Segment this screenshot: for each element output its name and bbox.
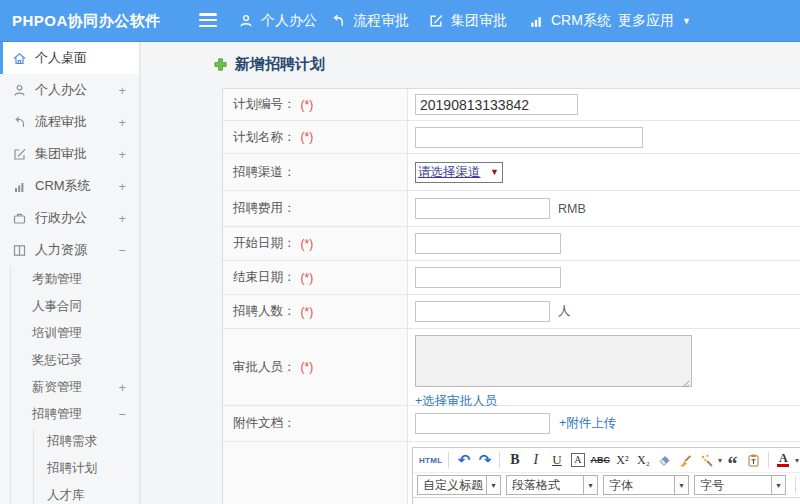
plan-number-input[interactable] xyxy=(415,94,578,115)
undo-button[interactable]: ↶ xyxy=(453,450,474,470)
attachment-upload-link[interactable]: +附件上传 xyxy=(559,415,616,432)
sidebar-item-training-mgmt[interactable]: 培训管理 xyxy=(11,320,139,347)
app-logo: PHPOA协同办公软件 xyxy=(12,0,161,42)
briefcase-icon xyxy=(12,211,27,226)
attachment-input[interactable] xyxy=(415,413,550,434)
required-marker: (*) xyxy=(301,130,314,144)
toolbar-separator xyxy=(768,452,769,468)
field-label: 招聘渠道： xyxy=(233,164,296,181)
sidebar-item-recruitment-demand[interactable]: 招聘需求 xyxy=(34,428,139,455)
sidebar-item-salary-mgmt[interactable]: 薪资管理 + xyxy=(11,374,139,401)
hamburger-menu-icon[interactable] xyxy=(199,13,219,29)
font-color-button[interactable]: A xyxy=(773,450,794,470)
sidebar-submenu-hr: 考勤管理 人事合同 培训管理 奖惩记录 薪资管理 + 招聘管理 − 招聘需求 招… xyxy=(10,266,139,504)
expand-plus-icon[interactable]: + xyxy=(118,170,126,202)
brush-icon xyxy=(678,453,693,468)
select-caret-icon: ▼ xyxy=(489,167,502,177)
end-date-input[interactable] xyxy=(415,267,561,288)
sidebar-item-admin-office[interactable]: 行政办公 + xyxy=(0,202,139,234)
format-painter-button[interactable] xyxy=(696,450,717,470)
html-source-button[interactable]: HTML xyxy=(417,450,444,470)
user-icon xyxy=(12,83,27,98)
font-size-select[interactable]: 字号▾ xyxy=(694,475,786,495)
expand-plus-icon[interactable]: + xyxy=(118,202,126,234)
sidebar-item-personal-office[interactable]: 个人办公 + xyxy=(0,74,139,106)
expand-plus-icon[interactable]: + xyxy=(118,106,126,138)
resize-grip-icon[interactable] xyxy=(682,380,690,388)
topnav-personal-office[interactable]: 个人办公 xyxy=(238,0,317,42)
main-content: 新增招聘计划 计划编号：(*) 计划名称：(*) 招聘渠道： 请选择渠道 ▼ 招… xyxy=(141,42,800,504)
bar-chart-icon xyxy=(528,13,544,29)
channel-select[interactable]: 请选择渠道 ▼ xyxy=(415,162,503,183)
sidebar-item-crm-system[interactable]: CRM系统 + xyxy=(0,170,139,202)
sidebar-item-personnel-contract[interactable]: 人事合同 xyxy=(11,293,139,320)
field-label: 计划编号： xyxy=(233,96,296,113)
unit-suffix: 人 xyxy=(558,303,571,320)
topnav-crm-system[interactable]: CRM系统 xyxy=(528,0,611,42)
sidebar-item-recruitment-plan[interactable]: 招聘计划 xyxy=(34,455,139,482)
topnav-workflow-approval[interactable]: 流程审批 xyxy=(330,0,409,42)
bold-button[interactable]: B xyxy=(504,450,525,470)
strikethrough-button[interactable]: ABC xyxy=(588,450,612,470)
sidebar-item-reward-punishment[interactable]: 奖惩记录 xyxy=(11,347,139,374)
subscript-button[interactable]: X₂ xyxy=(633,450,654,470)
page-title: 新增招聘计划 xyxy=(213,55,325,74)
custom-heading-select[interactable]: 自定义标题▾ xyxy=(417,475,501,495)
user-icon xyxy=(238,13,254,29)
blockquote-button[interactable]: “ xyxy=(722,450,743,470)
start-date-input[interactable] xyxy=(415,233,561,254)
sidebar-item-recruitment-mgmt[interactable]: 招聘管理 − xyxy=(11,401,139,428)
form-row-plan-number: 计划编号：(*) xyxy=(223,89,800,121)
magic-wand-icon xyxy=(699,453,714,468)
edit-icon xyxy=(12,147,27,162)
underline-button[interactable]: U xyxy=(546,450,567,470)
plan-name-input[interactable] xyxy=(415,127,643,148)
sidebar-submenu-recruitment: 招聘需求 招聘计划 人才库 xyxy=(33,428,139,504)
expand-plus-icon[interactable]: + xyxy=(118,374,126,401)
font-family-select[interactable]: 字体▾ xyxy=(603,475,689,495)
sidebar-item-personal-desktop[interactable]: 个人桌面 xyxy=(0,42,139,74)
clipboard-icon xyxy=(746,453,761,468)
select-caret-icon: ▾ xyxy=(772,475,786,495)
expand-plus-icon[interactable]: + xyxy=(118,74,126,106)
paste-button[interactable] xyxy=(743,450,764,470)
editor-content-area[interactable] xyxy=(413,498,800,504)
expand-plus-icon[interactable]: + xyxy=(118,138,126,170)
sidebar-item-talent-pool[interactable]: 人才库 xyxy=(34,482,139,504)
topnav-group-approval[interactable]: 集团审批 xyxy=(428,0,507,42)
required-marker: (*) xyxy=(301,237,314,251)
editor-toolbar-row2: 自定义标题▾ 段落格式▾ 字体▾ 字号▾ xyxy=(413,473,800,498)
form-row-editor: HTML ↶ ↷ B I U A ABC X² X₂ xyxy=(223,442,800,504)
superscript-button[interactable]: X² xyxy=(612,450,633,470)
form-row-cost: 招聘费用： RMB xyxy=(223,191,800,227)
field-label: 招聘人数： xyxy=(233,303,296,320)
headcount-input[interactable] xyxy=(415,301,550,322)
add-plus-icon xyxy=(213,57,228,72)
paragraph-format-select[interactable]: 段落格式▾ xyxy=(506,475,598,495)
flow-arrow-icon xyxy=(12,115,27,130)
field-label: 附件文档： xyxy=(233,415,296,432)
form-row-channel: 招聘渠道： 请选择渠道 ▼ xyxy=(223,154,800,191)
sidebar-item-attendance-mgmt[interactable]: 考勤管理 xyxy=(11,266,139,293)
clear-format-brush-button[interactable] xyxy=(675,450,696,470)
toolbar-separator xyxy=(795,477,796,493)
cost-input[interactable] xyxy=(415,198,550,219)
sidebar-item-workflow-approval[interactable]: 流程审批 + xyxy=(0,106,139,138)
form-row-attachment: 附件文档： +附件上传 xyxy=(223,406,800,442)
select-caret-icon: ▾ xyxy=(487,475,501,495)
redo-button[interactable]: ↷ xyxy=(474,450,495,470)
italic-button[interactable]: I xyxy=(525,450,546,470)
form-row-end-date: 结束日期：(*) xyxy=(223,261,800,295)
eraser-button[interactable] xyxy=(654,450,675,470)
field-label: 结束日期： xyxy=(233,269,296,286)
field-label: 招聘费用： xyxy=(233,200,296,217)
sidebar-item-group-approval[interactable]: 集团审批 + xyxy=(0,138,139,170)
approvers-textarea[interactable] xyxy=(415,335,692,387)
sidebar-item-human-resources[interactable]: 人力资源 − xyxy=(0,234,139,266)
form-row-headcount: 招聘人数：(*) 人 xyxy=(223,295,800,329)
collapse-minus-icon[interactable]: − xyxy=(118,401,126,428)
rich-text-editor: HTML ↶ ↷ B I U A ABC X² X₂ xyxy=(412,447,800,504)
format-block-button[interactable]: A xyxy=(567,450,588,470)
collapse-minus-icon[interactable]: − xyxy=(118,234,126,266)
topnav-more-apps[interactable]: 更多应用 ▼ xyxy=(618,0,691,42)
